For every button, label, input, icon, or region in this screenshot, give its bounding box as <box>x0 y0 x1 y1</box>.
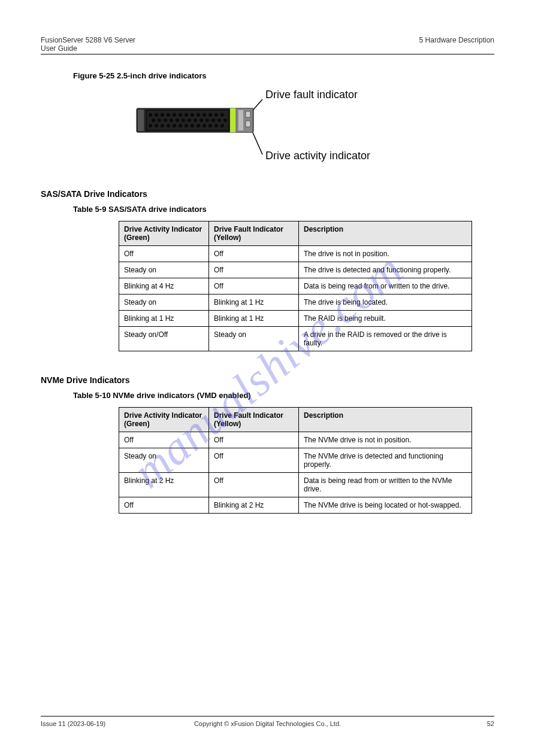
fault-indicator-led <box>246 111 250 117</box>
svg-point-41 <box>220 124 224 127</box>
svg-point-40 <box>214 124 218 127</box>
svg-point-5 <box>161 113 164 117</box>
svg-point-26 <box>211 119 215 122</box>
table-row: Blinking at 4 HzOffData is being read fr… <box>119 278 472 294</box>
svg-point-19 <box>170 119 173 122</box>
table-row: Blinking at 1 HzBlinking at 1 HzThe RAID… <box>119 311 472 327</box>
fault-label-text: Drive fault indicator <box>265 89 358 101</box>
sas-table-caption: Table 5-9 SAS/SATA drive indicators <box>73 205 494 214</box>
nvme-col-desc: Description <box>299 408 472 432</box>
svg-point-3 <box>149 113 152 117</box>
footer-copyright: Copyright © xFusion Digital Technologies… <box>192 720 343 727</box>
header-left-line2: User Guide <box>41 44 77 53</box>
nvme-table: Drive Activity Indicator (Green) Drive F… <box>119 407 472 514</box>
footer-rule <box>41 716 494 716</box>
nvme-col-activity: Drive Activity Indicator (Green) <box>119 408 209 432</box>
nvme-heading: NVMe Drive Indicators <box>41 375 494 385</box>
activity-label-text: Drive activity indicator <box>265 150 370 162</box>
svg-point-10 <box>191 113 194 117</box>
table-row: OffBlinking at 2 HzThe NVMe drive is bei… <box>119 497 472 514</box>
svg-point-28 <box>223 119 227 122</box>
svg-point-8 <box>179 113 182 117</box>
header-left-line1: FusionServer 5288 V6 Server <box>41 36 135 44</box>
svg-rect-1 <box>138 110 144 131</box>
svg-point-31 <box>161 124 164 127</box>
page-footer: Issue 11 (2023-06-19) Copyright © xFusio… <box>41 716 494 727</box>
svg-point-20 <box>176 119 179 122</box>
nvme-table-caption: Table 5-10 NVMe drive indicators (VMD en… <box>73 391 494 400</box>
svg-point-30 <box>155 124 158 127</box>
svg-point-35 <box>185 124 188 127</box>
svg-point-36 <box>191 124 194 127</box>
svg-point-15 <box>220 113 224 117</box>
header-right: 5 Hardware Description <box>419 36 494 53</box>
svg-point-17 <box>158 119 161 122</box>
table-row: Steady onOffThe NVMe drive is detected a… <box>119 448 472 473</box>
footer-page-number: 52 <box>343 720 494 727</box>
svg-point-7 <box>173 113 176 117</box>
sas-table: Drive Activity Indicator (Green) Drive F… <box>119 221 472 351</box>
svg-point-12 <box>202 113 206 117</box>
svg-point-21 <box>182 119 185 122</box>
table-row: OffOffThe drive is not in position. <box>119 246 472 262</box>
table-row: OffOffThe NVMe drive is not in position. <box>119 432 472 448</box>
table-row: Steady onOffThe drive is detected and fu… <box>119 262 472 278</box>
svg-point-24 <box>200 119 203 122</box>
svg-point-34 <box>179 124 182 127</box>
svg-point-11 <box>197 113 200 117</box>
svg-point-32 <box>167 124 170 127</box>
svg-point-13 <box>208 113 212 117</box>
svg-rect-42 <box>230 108 236 132</box>
drive-indicator-svg: Drive fault indicator Drive activity ind… <box>119 87 400 165</box>
table-row: Steady onBlinking at 1 HzThe drive is be… <box>119 294 472 311</box>
drive-figure: Drive fault indicator Drive activity ind… <box>119 87 494 165</box>
svg-point-22 <box>188 119 191 122</box>
svg-point-29 <box>149 124 152 127</box>
drive-body <box>137 108 253 132</box>
svg-point-18 <box>164 119 167 122</box>
sas-col-activity: Drive Activity Indicator (Green) <box>119 221 209 246</box>
svg-point-16 <box>152 119 155 122</box>
svg-point-9 <box>185 113 188 117</box>
table-row: Blinking at 2 HzOffData is being read fr… <box>119 473 472 497</box>
svg-point-37 <box>197 124 200 127</box>
table-row: Steady on/OffSteady onA drive in the RAI… <box>119 327 472 351</box>
activity-indicator-led <box>246 121 250 127</box>
svg-point-39 <box>208 124 212 127</box>
svg-point-38 <box>202 124 206 127</box>
svg-point-27 <box>217 119 221 122</box>
svg-point-4 <box>155 113 158 117</box>
footer-issue: Issue 11 (2023-06-19) <box>41 720 192 727</box>
nvme-col-fault: Drive Fault Indicator (Yellow) <box>209 408 299 432</box>
sas-heading: SAS/SATA Drive Indicators <box>41 189 494 199</box>
svg-point-6 <box>167 113 170 117</box>
header-rule <box>41 54 494 54</box>
figure-caption: Figure 5-25 2.5-inch drive indicators <box>73 71 494 80</box>
svg-rect-44 <box>238 110 243 130</box>
sas-col-desc: Description <box>299 221 472 246</box>
svg-point-33 <box>173 124 176 127</box>
svg-point-23 <box>194 119 197 122</box>
svg-point-25 <box>205 119 209 122</box>
sas-col-fault: Drive Fault Indicator (Yellow) <box>209 221 299 246</box>
svg-point-14 <box>214 113 218 117</box>
